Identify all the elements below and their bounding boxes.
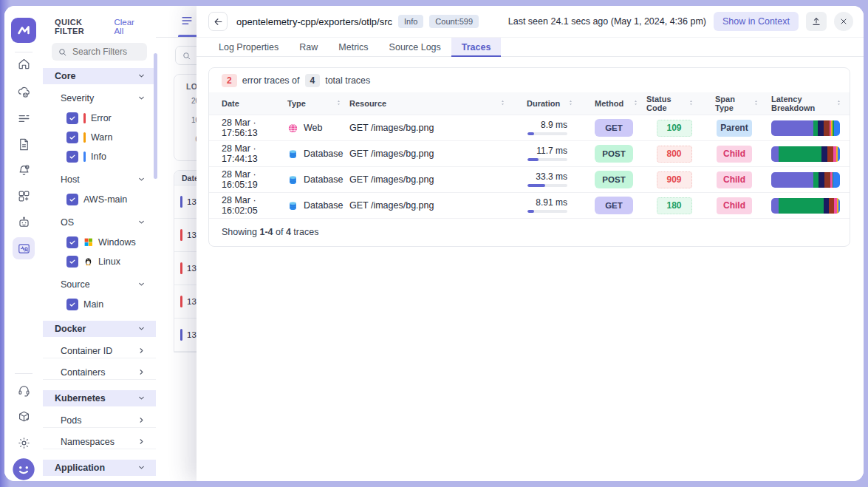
tab-source-logs[interactable]: Source Logs bbox=[379, 38, 451, 56]
filter-section-docker[interactable]: Docker bbox=[43, 321, 156, 337]
show-in-context-button[interactable]: Show in Context bbox=[714, 12, 799, 31]
chevron-right-icon bbox=[137, 344, 146, 358]
sort-icon[interactable] bbox=[335, 98, 342, 109]
close-icon[interactable] bbox=[834, 12, 853, 31]
checkbox-checked[interactable] bbox=[66, 132, 78, 143]
item-label: Warn bbox=[91, 132, 112, 143]
filter-sub-source[interactable]: Source bbox=[43, 278, 156, 291]
filter-item-windows[interactable]: Windows bbox=[43, 236, 156, 248]
filter-sub-severity[interactable]: Severity bbox=[43, 92, 156, 105]
trace-type: Web bbox=[304, 123, 322, 133]
sort-icon[interactable] bbox=[688, 98, 694, 109]
col-resource[interactable]: Resource bbox=[349, 92, 513, 115]
col-duration[interactable]: Duration bbox=[513, 92, 581, 115]
filter-link-namespaces[interactable]: Namespaces bbox=[43, 435, 156, 449]
item-label: AWS-main bbox=[83, 194, 127, 205]
filter-item-main[interactable]: Main bbox=[43, 298, 156, 310]
trace-row[interactable]: 28 Mar · 17:56:13 Web GET /images/bg.png… bbox=[209, 115, 850, 140]
error-count-badge: 2 bbox=[222, 74, 237, 87]
filter-link-container-id[interactable]: Container ID bbox=[43, 344, 156, 358]
middleware-logo[interactable] bbox=[11, 18, 36, 43]
installation-icon[interactable] bbox=[13, 405, 35, 427]
filter-item-info[interactable]: Info bbox=[43, 150, 156, 163]
sort-icon[interactable] bbox=[753, 98, 759, 109]
filter-sub-host[interactable]: Host bbox=[43, 173, 156, 186]
col-span-type[interactable]: Span Type bbox=[702, 92, 767, 115]
chevron-right-icon bbox=[137, 414, 146, 427]
checkbox-checked[interactable] bbox=[66, 256, 78, 268]
list-view-tab-icon[interactable] bbox=[180, 13, 197, 31]
severity-color-warn bbox=[83, 132, 86, 143]
checkbox-checked[interactable] bbox=[66, 194, 78, 205]
latency-breakdown-bar bbox=[771, 172, 840, 188]
tab-traces[interactable]: Traces bbox=[451, 38, 502, 56]
filter-item-aws-main[interactable]: AWS-main bbox=[43, 193, 156, 205]
col-status-code[interactable]: Status Code bbox=[646, 92, 702, 115]
filter-section-core[interactable]: Core bbox=[43, 68, 156, 84]
drawer-tabs: Log Properties Raw Metrics Source Logs T… bbox=[197, 38, 864, 57]
chevron-down-icon bbox=[137, 216, 146, 229]
chevron-right-icon bbox=[137, 366, 146, 379]
filter-link-pods[interactable]: Pods bbox=[43, 413, 156, 428]
tab-metrics[interactable]: Metrics bbox=[328, 38, 378, 56]
span-type-badge: Parent bbox=[717, 120, 752, 137]
trace-date: 28 Mar · 16:05:19 bbox=[209, 169, 287, 190]
chevron-down-icon bbox=[137, 322, 146, 336]
filter-link-containers[interactable]: Containers bbox=[43, 365, 156, 380]
logs-icon[interactable] bbox=[13, 107, 35, 129]
settings-icon[interactable] bbox=[13, 432, 35, 454]
filter-item-linux[interactable]: Linux bbox=[43, 255, 156, 268]
sort-icon[interactable] bbox=[499, 98, 506, 109]
sub-label: Host bbox=[61, 174, 80, 185]
filter-scrollbar[interactable] bbox=[154, 53, 157, 179]
method-badge: POST bbox=[595, 171, 633, 188]
filter-section-kubernetes[interactable]: Kubernetes bbox=[43, 390, 156, 406]
col-method[interactable]: Method bbox=[581, 92, 646, 115]
sort-icon[interactable] bbox=[835, 98, 842, 109]
col-latency-breakdown[interactable]: Latency Breakdown bbox=[767, 92, 850, 115]
checkbox-checked[interactable] bbox=[66, 112, 78, 124]
section-label: Docker bbox=[55, 324, 86, 334]
infrastructure-icon[interactable] bbox=[13, 81, 35, 103]
severity-bar bbox=[180, 229, 182, 241]
severity-color-error bbox=[83, 113, 86, 123]
traces-pagination-text: Showing 1-4 of 4 traces bbox=[209, 218, 850, 246]
bot-icon[interactable] bbox=[13, 211, 35, 234]
sort-icon[interactable] bbox=[567, 98, 574, 109]
error-count-label: error traces of bbox=[242, 75, 300, 86]
reports-icon[interactable] bbox=[13, 133, 35, 155]
trace-row[interactable]: 28 Mar · 16:02:05 Database GET /images/b… bbox=[209, 192, 850, 218]
filter-item-warn[interactable]: Warn bbox=[43, 131, 156, 143]
trace-row[interactable]: 28 Mar · 17:44:13 Database GET /images/b… bbox=[209, 140, 850, 166]
duration-bar bbox=[527, 132, 567, 136]
item-label: Error bbox=[91, 113, 112, 123]
export-icon[interactable] bbox=[806, 12, 827, 31]
filter-section-application[interactable]: Application bbox=[43, 460, 156, 476]
trace-row[interactable]: 28 Mar · 16:05:19 Database GET /images/b… bbox=[209, 166, 850, 192]
checkbox-checked[interactable] bbox=[66, 151, 78, 163]
log-search-icon[interactable] bbox=[13, 237, 35, 259]
filter-search-box[interactable] bbox=[52, 43, 147, 61]
item-label: Namespaces bbox=[61, 437, 115, 447]
filter-search-input[interactable] bbox=[72, 47, 141, 57]
checkbox-checked[interactable] bbox=[66, 236, 78, 248]
database-icon bbox=[287, 149, 298, 160]
user-avatar[interactable] bbox=[12, 457, 35, 481]
chevron-down-icon bbox=[137, 392, 146, 405]
tab-log-properties[interactable]: Log Properties bbox=[208, 38, 289, 56]
clear-all-link[interactable]: Clear All bbox=[114, 18, 146, 35]
tab-raw[interactable]: Raw bbox=[289, 38, 328, 56]
drawer-title: opentelemetry-cpp/exporters/otlp/src bbox=[236, 16, 392, 27]
filter-sub-os[interactable]: OS bbox=[43, 216, 156, 229]
home-icon[interactable] bbox=[13, 52, 35, 75]
filter-item-error[interactable]: Error bbox=[43, 112, 156, 124]
dashboard-builder-icon[interactable] bbox=[13, 185, 35, 207]
col-type[interactable]: Type bbox=[287, 92, 349, 115]
support-icon[interactable] bbox=[13, 379, 35, 401]
back-button[interactable] bbox=[208, 12, 228, 31]
checkbox-checked[interactable] bbox=[66, 299, 78, 310]
latency-breakdown-bar bbox=[771, 146, 840, 162]
alerts-icon[interactable] bbox=[13, 159, 35, 181]
sort-icon[interactable] bbox=[632, 98, 639, 109]
item-label: Windows bbox=[98, 237, 136, 248]
